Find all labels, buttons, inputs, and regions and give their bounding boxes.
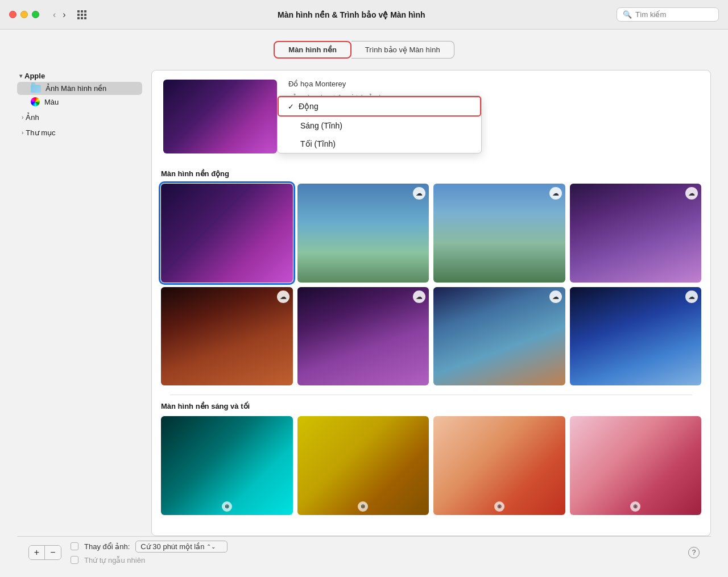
sidebar-apple-label: Apple bbox=[24, 72, 45, 80]
content-area: ▾ Apple Ảnh Màn hình nền Màu › Ảnh › Thư… bbox=[17, 70, 711, 536]
add-remove-buttons: + − bbox=[28, 545, 61, 560]
preview-area: Đồ họa Monterey ✓ Động Sáng (Tĩnh) bbox=[152, 70, 710, 163]
sidebar-group-apple: ▾ Apple Ảnh Màn hình nền Màu bbox=[17, 70, 142, 109]
wallpaper-preview bbox=[163, 80, 277, 153]
search-icon: 🔍 bbox=[623, 10, 632, 19]
day-night-icon-2: ⊕ bbox=[358, 501, 368, 512]
dropdown-item-dynamic-label: Động bbox=[299, 102, 318, 111]
wallpaper-thumb-4[interactable]: ☁ bbox=[570, 184, 702, 283]
sidebar-item-photos-label: Ảnh bbox=[26, 113, 39, 122]
add-button[interactable]: + bbox=[29, 546, 45, 559]
sidebar-item-folders[interactable]: › Thư mục bbox=[17, 126, 142, 139]
dropdown-area: Đồ họa Monterey ✓ Động Sáng (Tĩnh) bbox=[288, 80, 699, 103]
bottom-controls: Thay đổi ảnh: Cứ 30 phút một lần ⌃⌄ Thứ … bbox=[71, 541, 679, 564]
main-content: Màn hình nền Trình bảo vệ Màn hình ▾ App… bbox=[0, 30, 728, 577]
sidebar-item-folders-label: Thư mục bbox=[26, 128, 55, 137]
forward-button[interactable]: › bbox=[60, 9, 68, 21]
section-title-dynamic: Màn hình nền động bbox=[161, 169, 701, 178]
day-night-icon-3: ⊕ bbox=[494, 501, 504, 512]
dropdown-menu[interactable]: ✓ Động Sáng (Tĩnh) Tối (Tĩnh) bbox=[277, 96, 482, 153]
help-button[interactable]: ? bbox=[688, 547, 700, 558]
sidebar-group-apple-header[interactable]: ▾ Apple bbox=[17, 70, 142, 82]
dropdown-item-dynamic[interactable]: ✓ Động bbox=[278, 96, 481, 117]
wallpaper-thumb-6[interactable]: ☁ bbox=[297, 287, 429, 386]
wallpaper-thumb-8[interactable]: ☁ bbox=[570, 287, 702, 386]
grid-icon[interactable] bbox=[77, 10, 86, 19]
traffic-lights bbox=[9, 11, 39, 18]
tab-wallpaper[interactable]: Màn hình nền bbox=[274, 41, 351, 59]
color-wheel-icon bbox=[31, 97, 40, 106]
window-title: Màn hình nền & Trình bảo vệ Màn hình bbox=[93, 10, 610, 19]
sidebar-item-photos[interactable]: › Ảnh bbox=[17, 111, 142, 124]
download-icon-5: ☁ bbox=[277, 290, 289, 303]
day-night-icon-1: ⊕ bbox=[222, 501, 232, 512]
dynamic-wallpaper-grid: ☁ ☁ ☁ ☁ ☁ ☁ bbox=[161, 184, 701, 385]
random-order-label: Thứ tự ngẫu nhiên bbox=[84, 556, 145, 564]
bottom-bar: + − Thay đổi ảnh: Cứ 30 phút một lần ⌃⌄ … bbox=[17, 536, 711, 568]
dropdown-item-dark[interactable]: Tối (Tĩnh) bbox=[278, 135, 481, 153]
chevron-right-icon-2: › bbox=[22, 130, 23, 136]
download-icon-6: ☁ bbox=[413, 290, 425, 303]
wallpaper-thumb-1[interactable] bbox=[161, 184, 293, 283]
search-bar[interactable]: 🔍 bbox=[617, 7, 719, 22]
wallpaper-thumb-2[interactable]: ☁ bbox=[297, 184, 429, 283]
back-button[interactable]: ‹ bbox=[51, 9, 58, 21]
sidebar-item-label-wallpaper: Ảnh Màn hình nền bbox=[46, 84, 106, 93]
sidebar: ▾ Apple Ảnh Màn hình nền Màu › Ảnh › Thư… bbox=[17, 70, 142, 536]
nav-arrows: ‹ › bbox=[51, 9, 68, 21]
sidebar-item-colors[interactable]: Màu bbox=[17, 95, 142, 109]
dropdown-item-dark-label: Tối (Tĩnh) bbox=[300, 139, 336, 148]
dropdown-arrow-icon: ⌃⌄ bbox=[206, 543, 216, 550]
day-night-icon-4: ⊕ bbox=[630, 501, 640, 512]
chevron-down-icon: ▾ bbox=[19, 73, 22, 79]
wallpaper-thumb-ld1[interactable]: ⊕ bbox=[161, 416, 293, 515]
remove-button[interactable]: − bbox=[45, 546, 61, 559]
wallpaper-thumb-ld2[interactable]: ⊕ bbox=[297, 416, 429, 515]
dropdown-item-light-label: Sáng (Tĩnh) bbox=[300, 121, 342, 130]
search-input[interactable] bbox=[635, 10, 709, 19]
section-divider bbox=[170, 395, 692, 395]
wallpaper-area: Màn hình nền động ☁ ☁ ☁ bbox=[152, 163, 710, 536]
dropdown-label: Đồ họa Monterey bbox=[288, 80, 699, 88]
random-order-checkbox[interactable] bbox=[71, 556, 78, 564]
light-dark-wallpaper-grid: ⊕ ⊕ ⊕ ⊕ bbox=[161, 416, 701, 515]
interval-dropdown[interactable]: Cứ 30 phút một lần ⌃⌄ bbox=[135, 541, 228, 553]
tab-screensaver[interactable]: Trình bảo vệ Màn hình bbox=[351, 41, 454, 59]
close-button[interactable] bbox=[9, 11, 16, 18]
section-title-lightdark: Màn hình nền sáng và tối bbox=[161, 402, 701, 410]
sidebar-item-label-colors: Màu bbox=[44, 98, 59, 106]
download-icon-2: ☁ bbox=[413, 187, 425, 200]
folder-icon bbox=[31, 85, 41, 93]
sidebar-item-wallpaper-photos[interactable]: Ảnh Màn hình nền bbox=[17, 82, 142, 95]
random-order-row: Thứ tự ngẫu nhiên bbox=[71, 556, 679, 564]
download-icon-4: ☁ bbox=[685, 187, 698, 200]
download-icon-8: ☁ bbox=[685, 290, 698, 303]
wallpaper-thumb-ld4[interactable]: ⊕ bbox=[570, 416, 702, 515]
wallpaper-thumb-ld3[interactable]: ⊕ bbox=[433, 416, 565, 515]
wallpaper-thumb-7[interactable]: ☁ bbox=[433, 287, 565, 386]
change-image-checkbox[interactable] bbox=[71, 542, 78, 550]
checkmark-icon: ✓ bbox=[288, 102, 294, 111]
wallpaper-thumb-5[interactable]: ☁ bbox=[161, 287, 293, 386]
titlebar: ‹ › Màn hình nền & Trình bảo vệ Màn hình… bbox=[0, 0, 728, 30]
download-icon-3: ☁ bbox=[549, 187, 562, 200]
chevron-right-icon: › bbox=[22, 114, 23, 121]
change-image-label: Thay đổi ảnh: bbox=[84, 542, 130, 551]
minimize-button[interactable] bbox=[20, 11, 28, 18]
dropdown-item-light[interactable]: Sáng (Tĩnh) bbox=[278, 117, 481, 135]
download-icon-7: ☁ bbox=[549, 290, 562, 303]
change-image-row: Thay đổi ảnh: Cứ 30 phút một lần ⌃⌄ bbox=[71, 541, 679, 553]
right-panel: Đồ họa Monterey ✓ Động Sáng (Tĩnh) bbox=[151, 70, 711, 536]
interval-label: Cứ 30 phút một lần bbox=[140, 542, 204, 551]
maximize-button[interactable] bbox=[32, 11, 39, 18]
tabs-row: Màn hình nền Trình bảo vệ Màn hình bbox=[17, 41, 711, 59]
wallpaper-thumb-3[interactable]: ☁ bbox=[433, 184, 565, 283]
